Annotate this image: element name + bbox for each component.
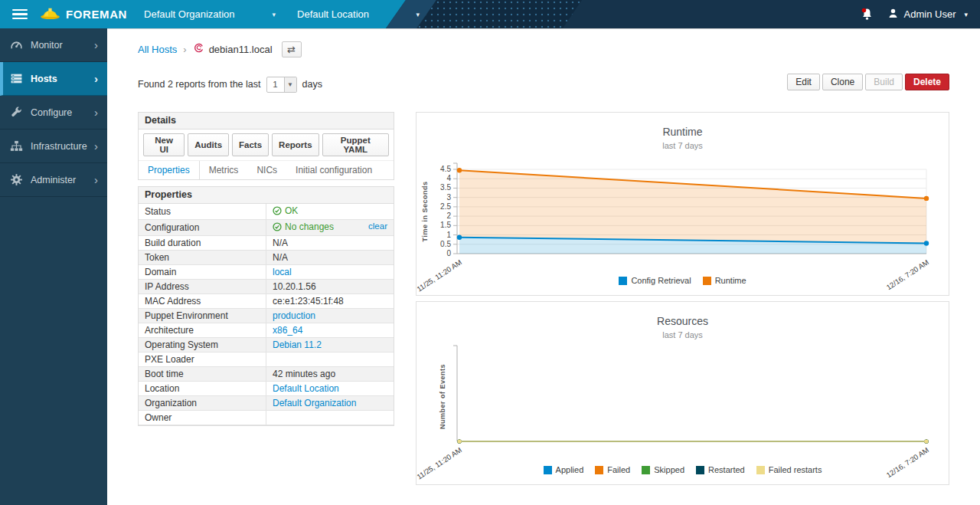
runtime-chart-panel: Runtime last 7 days 00.511.522.533.544.5… — [416, 112, 949, 296]
property-value: OK — [266, 204, 394, 220]
edit-button[interactable]: Edit — [787, 74, 820, 90]
legend-item[interactable]: Failed restarts — [756, 465, 822, 474]
property-label: Location — [139, 382, 266, 396]
facts-button[interactable]: Facts — [232, 133, 269, 156]
chevron-right-icon: › — [94, 107, 98, 118]
puppet-yaml-button[interactable]: Puppet YAML — [322, 133, 389, 156]
charts-column: Runtime last 7 days 00.511.522.533.544.5… — [416, 112, 949, 490]
legend-item[interactable]: Config Retrieval — [619, 276, 691, 285]
svg-text:0.5: 0.5 — [440, 240, 451, 248]
resources-chart: 11/25, 11:20 AM12/16, 7:20 AMNumber of E… — [416, 302, 950, 486]
svg-text:12/16, 7:20 AM: 12/16, 7:20 AM — [884, 257, 930, 291]
svg-text:11/25, 11:20 AM: 11/25, 11:20 AM — [416, 445, 463, 480]
properties-panel: Properties StatusOKConfigurationNo chang… — [138, 186, 394, 426]
property-value[interactable]: Default Location — [266, 382, 394, 396]
chevron-right-icon: › — [94, 73, 98, 84]
property-label: Operating System — [139, 338, 266, 353]
sidebar-item-label: Configure — [31, 107, 72, 118]
hamburger-menu-icon[interactable] — [12, 9, 28, 20]
property-value[interactable]: Default Organization — [266, 396, 394, 411]
sidebar-item-infrastructure[interactable]: Infrastructure › — [0, 130, 107, 163]
property-value[interactable]: production — [266, 309, 394, 323]
property-label: Configuration — [139, 220, 266, 236]
reports-filter-row: Found 2 reports from the last 1 ▼ days E… — [138, 75, 949, 93]
build-button: Build — [865, 74, 903, 90]
property-link[interactable]: Debian 11.2 — [273, 339, 322, 350]
sidebar-item-hosts[interactable]: Hosts › — [0, 62, 107, 96]
svg-text:2.5: 2.5 — [440, 202, 451, 211]
property-row: MAC Addressce:e1:23:45:1f:48 — [139, 294, 394, 309]
user-icon — [887, 8, 899, 21]
tab-nics[interactable]: NICs — [247, 161, 286, 179]
svg-text:2: 2 — [446, 212, 451, 220]
host-action-buttons: Edit Clone Build Delete — [787, 74, 949, 90]
caret-down-icon: ▾ — [273, 11, 276, 18]
property-label: Build duration — [139, 236, 266, 251]
location-menu[interactable]: Default Location ▾ — [297, 8, 420, 20]
sidebar-item-configure[interactable]: Configure › — [0, 96, 107, 130]
reports-days-text: days — [302, 79, 322, 90]
tab-initial-configuration[interactable]: Initial configuration — [286, 161, 381, 179]
legend-swatch — [595, 466, 603, 474]
gauge-icon — [10, 38, 23, 51]
user-name: Admin User — [904, 8, 956, 20]
property-link[interactable]: Default Location — [273, 383, 339, 394]
property-value[interactable]: local — [266, 265, 394, 280]
property-label: Domain — [139, 265, 266, 280]
properties-table: StatusOKConfigurationNo changesclearBuil… — [139, 204, 394, 425]
legend-item[interactable]: Failed — [595, 465, 630, 474]
legend-swatch — [703, 277, 711, 285]
legend-label: Runtime — [715, 276, 746, 285]
reports-button[interactable]: Reports — [272, 133, 318, 156]
details-panel-title: Details — [139, 113, 394, 130]
status-ok-value: OK — [273, 205, 298, 216]
details-tabs: Properties Metrics NICs Initial configur… — [139, 161, 394, 179]
svg-text:3.5: 3.5 — [440, 183, 451, 192]
property-link[interactable]: local — [273, 267, 292, 277]
property-label: Boot time — [139, 367, 266, 382]
sidebar: Monitor › Hosts › Configure › Infrastruc… — [0, 28, 107, 505]
host-details-column: Details New UI Audits Facts Reports Pupp… — [138, 112, 394, 426]
property-row: Build durationN/A — [139, 236, 394, 251]
chevron-right-icon: › — [94, 174, 98, 185]
legend-item[interactable]: Skipped — [642, 465, 684, 474]
property-link[interactable]: x86_64 — [273, 325, 302, 336]
organization-menu[interactable]: Default Organization ▾ — [144, 8, 276, 20]
wrench-icon — [10, 106, 23, 119]
property-value[interactable]: Debian 11.2 — [266, 338, 394, 353]
resources-chart-legend: AppliedFailedSkippedRestartedFailed rest… — [416, 465, 949, 474]
property-row: Boot time42 minutes ago — [139, 367, 394, 382]
property-row: StatusOK — [139, 204, 394, 220]
foreman-brand[interactable]: FOREMAN — [40, 5, 127, 24]
delete-button[interactable]: Delete — [905, 74, 949, 90]
legend-item[interactable]: Restarted — [696, 465, 745, 474]
property-row: IP Address10.20.1.56 — [139, 280, 394, 294]
sidebar-item-monitor[interactable]: Monitor › — [0, 28, 107, 62]
days-select[interactable]: 1 ▼ — [266, 77, 297, 93]
clear-link[interactable]: clear — [368, 221, 387, 231]
legend-item[interactable]: Applied — [544, 465, 584, 474]
sidebar-item-label: Monitor — [31, 40, 63, 51]
property-value[interactable]: x86_64 — [266, 323, 394, 338]
audits-button[interactable]: Audits — [188, 133, 229, 156]
property-label: Puppet Environment — [139, 309, 266, 323]
property-link[interactable]: Default Organization — [273, 398, 356, 408]
top-navbar: FOREMAN Default Organization ▾ Default L… — [0, 0, 980, 28]
property-row: ConfigurationNo changesclear — [139, 220, 394, 236]
property-row: OrganizationDefault Organization — [139, 396, 394, 411]
host-switcher-button[interactable]: ⇄ — [282, 41, 302, 57]
foreman-host-page: FOREMAN Default Organization ▾ Default L… — [0, 0, 980, 505]
new-ui-button[interactable]: New UI — [143, 133, 185, 156]
resources-chart-panel: Resources last 7 days 11/25, 11:20 AM12/… — [416, 301, 949, 485]
user-menu[interactable]: Admin User ▾ — [887, 8, 968, 21]
sidebar-item-administer[interactable]: Administer › — [0, 163, 107, 197]
tab-metrics[interactable]: Metrics — [200, 161, 248, 179]
property-row: LocationDefault Location — [139, 382, 394, 396]
property-link[interactable]: production — [273, 310, 315, 321]
breadcrumb-all-hosts-link[interactable]: All Hosts — [138, 44, 177, 55]
clone-button[interactable]: Clone — [822, 74, 863, 90]
notifications-bell-icon[interactable] — [861, 8, 874, 21]
tab-properties[interactable]: Properties — [139, 161, 200, 179]
property-row: Operating SystemDebian 11.2 — [139, 338, 394, 353]
legend-item[interactable]: Runtime — [703, 276, 746, 285]
